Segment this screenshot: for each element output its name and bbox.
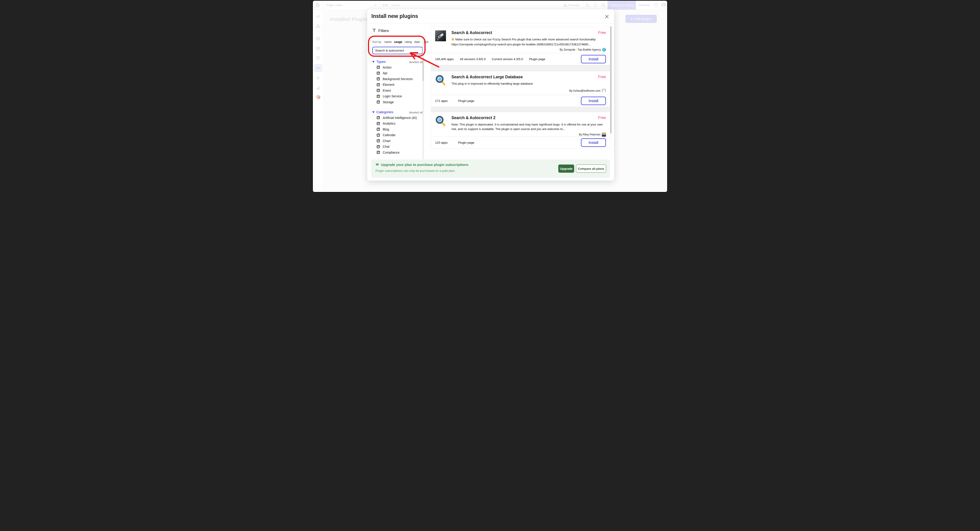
filters-scrollbar-track[interactable]: [422, 37, 424, 159]
byline-text[interactable]: By hzhao@leafhome.com: [569, 89, 600, 92]
plugin-name[interactable]: Search & Autocorrect Large Database: [452, 75, 523, 80]
upgrade-button[interactable]: Upgrade: [558, 164, 574, 173]
checkbox-checked-icon[interactable]: [377, 134, 380, 137]
checkbox-checked-icon[interactable]: [377, 66, 380, 69]
checkbox-checked-icon[interactable]: [377, 72, 380, 75]
checkbox-checked-icon[interactable]: [377, 89, 380, 92]
install-button[interactable]: Install: [581, 97, 606, 105]
types-deselect-all[interactable]: deselect all: [409, 61, 423, 64]
plugin-card-footer: 171 apps Plugin page Install: [431, 95, 610, 107]
categories-section-header[interactable]: Categories: [372, 110, 393, 114]
type-checkbox-row[interactable]: Login Service: [377, 94, 413, 99]
category-checkbox-row[interactable]: Compliance: [377, 150, 417, 155]
add-plugins-button[interactable]: + Add plugins: [625, 15, 657, 23]
checkbox-checked-icon[interactable]: [377, 122, 380, 125]
checkbox-label: Element: [383, 83, 394, 86]
plugin-card-body: Search & Autocorrect Large Database Free…: [435, 75, 606, 93]
filters-scrollbar-thumb[interactable]: [422, 57, 424, 81]
checkbox-label: Chart: [383, 139, 390, 143]
settings-gear-icon[interactable]: [316, 76, 320, 80]
sort-option-usage[interactable]: usage: [394, 40, 402, 43]
types-checkbox-list: Action Api Background Services Element E…: [377, 64, 413, 105]
design-icon[interactable]: [316, 14, 320, 19]
type-checkbox-row[interactable]: Api: [377, 70, 413, 76]
checkbox-checked-icon[interactable]: [377, 145, 380, 148]
checkbox-checked-icon[interactable]: [377, 116, 380, 119]
plugin-name[interactable]: Search & Autocorrect 2: [452, 115, 495, 120]
plugin-page-link[interactable]: Plugin page: [458, 141, 474, 144]
data-tab-icon[interactable]: [316, 36, 320, 41]
user-avatar[interactable]: [662, 3, 666, 8]
checkbox-checked-icon[interactable]: [377, 77, 380, 80]
checkbox-label: Blog: [383, 128, 389, 131]
search-icon[interactable]: [601, 3, 606, 8]
categories-deselect-all[interactable]: deselect all: [409, 111, 423, 114]
install-plugins-modal: Install new plugins Filters Sort by name…: [367, 9, 614, 181]
logs-chart-icon[interactable]: [316, 86, 320, 90]
sort-option-rating[interactable]: rating: [405, 40, 412, 43]
apps-count: 145,400 apps: [435, 57, 454, 61]
byline-text[interactable]: By Zeroqode - Top Bubble Agency: [560, 48, 601, 51]
checkbox-checked-icon[interactable]: [377, 83, 380, 86]
plugin-thumbnail-key-photo: [435, 30, 446, 41]
database-icon[interactable]: [316, 46, 320, 51]
caret-down-icon: [372, 112, 374, 113]
edit-menu[interactable]: Edit: [383, 1, 388, 10]
bell-icon: [452, 38, 454, 42]
type-checkbox-row[interactable]: Action: [377, 64, 413, 70]
plugin-page-link[interactable]: Plugin page: [529, 57, 545, 61]
filters-header: Filters: [372, 29, 389, 33]
compare-all-plans-button[interactable]: Compare all plans: [576, 164, 606, 173]
type-checkbox-row[interactable]: Event: [377, 88, 413, 94]
category-checkbox-row[interactable]: Calendar: [377, 132, 417, 138]
byline-text[interactable]: By Riley Petersen: [579, 133, 600, 136]
plugin-name[interactable]: Search & Autocorrect: [452, 30, 492, 35]
workflow-icon[interactable]: [316, 24, 320, 29]
plugin-page-link[interactable]: Plugin page: [458, 99, 474, 102]
caret-down-icon: [372, 61, 374, 63]
divider: [367, 36, 427, 37]
checkbox-checked-icon[interactable]: [377, 95, 380, 98]
type-checkbox-row[interactable]: Storage: [377, 99, 413, 105]
issues-count[interactable]: 0 issues: [568, 1, 580, 10]
app-logo[interactable]: [316, 95, 320, 99]
undo-icon[interactable]: [585, 3, 590, 8]
close-icon[interactable]: [605, 14, 609, 19]
checkbox-checked-icon[interactable]: [377, 139, 380, 142]
plugin-search-input[interactable]: [372, 47, 423, 54]
category-checkbox-row[interactable]: Chat: [377, 144, 417, 150]
install-button[interactable]: Install: [581, 55, 606, 63]
category-checkbox-row[interactable]: Chart: [377, 138, 417, 144]
help-icon[interactable]: ?: [654, 3, 658, 7]
checkbox-checked-icon[interactable]: [377, 151, 380, 154]
sort-option-date[interactable]: date: [414, 40, 420, 43]
banner-subtitle: Plugin subscriptions can only be purchas…: [375, 169, 455, 172]
page-selector[interactable]: Page: index: [326, 1, 342, 10]
plugin-card: Search & Autocorrect 2 Free Note: This p…: [431, 112, 610, 148]
plugin-list-scrollbar-thumb[interactable]: [610, 26, 612, 134]
category-checkbox-row[interactable]: Analytics: [377, 121, 417, 127]
plugin-description-text: Note: This plugin is deprecated. It is u…: [452, 123, 603, 131]
checkbox-checked-icon[interactable]: [377, 128, 380, 131]
toolbar-divider: [583, 1, 584, 10]
category-checkbox-row[interactable]: Blog: [377, 126, 417, 132]
plugin-stats: 120 apps Plugin page: [435, 141, 474, 144]
type-checkbox-row[interactable]: Element: [377, 82, 413, 88]
chevron-down-icon[interactable]: [374, 5, 376, 6]
sort-by-row: Sort by name usage rating date price: [372, 40, 428, 43]
plugin-description-text: This plug in is improved to efficiently …: [452, 82, 533, 85]
types-section-header[interactable]: Types: [372, 60, 386, 64]
sort-option-name[interactable]: name: [385, 40, 391, 43]
styles-palette-icon[interactable]: [316, 56, 320, 61]
plugin-description: Note: This plugin is deprecated. It is u…: [452, 122, 603, 131]
redo-icon[interactable]: [593, 3, 598, 8]
type-checkbox-row[interactable]: Background Services: [377, 76, 413, 82]
upgrade-to-deploy-button[interactable]: Upgrade to deploy: [608, 1, 636, 10]
plugins-icon[interactable]: [316, 66, 320, 70]
install-button[interactable]: Install: [581, 139, 606, 147]
checkbox-checked-icon[interactable]: [377, 100, 380, 104]
plus-icon: +: [631, 17, 633, 21]
preview-button[interactable]: Preview: [639, 1, 650, 10]
category-checkbox-row[interactable]: Artificial Intelligence (AI): [377, 115, 417, 121]
plugin-thumbnail-magnifier: [435, 75, 446, 86]
